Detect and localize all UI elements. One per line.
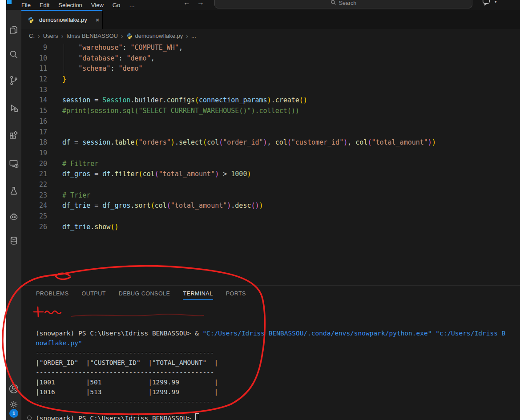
terminal-line: (snowpark) PS C:\Users\Idriss BENBASSOU>… (36, 328, 520, 338)
line-number: 10 (21, 53, 47, 64)
terminal-line: |"ORDER_ID" |"CUSTOMER_ID" |"TOTAL_AMOUN… (36, 358, 520, 368)
code-editor[interactable]: 9 "warehouse": "COMPUTE_WH",10 "database… (21, 43, 520, 285)
search-placeholder: Search (339, 0, 357, 6)
panel-tab-ports[interactable]: PORTS (226, 291, 246, 300)
vscode-window: FileEditSelectionViewGo… ← → Search ▾ (6, 0, 520, 420)
code-line: 10 "database": "demo", (21, 53, 520, 64)
menu-bar: FileEditSelectionViewGo… (17, 0, 139, 10)
nav-back-button[interactable]: ← (183, 0, 190, 7)
code-line: 15#print(session.sql("SELECT CURRENT_WAR… (21, 106, 520, 117)
run-debug-icon[interactable] (8, 102, 20, 114)
status-badge: 1 (9, 409, 18, 418)
terminal-prompt-text: (snowpark) PS C:\Users\Idriss BENBASSOU> (36, 413, 195, 420)
menu-more[interactable]: … (125, 1, 139, 9)
code-line: 24df_trie = df_gros.sort(col("total_amou… (21, 201, 520, 211)
python-icon (28, 16, 34, 23)
panel-tab-bar: PROBLEMSOUTPUTDEBUG CONSOLETERMINALPORTS (36, 291, 246, 300)
terminal-line: |1016 |513 |1299.99 | (36, 387, 520, 397)
menu-go[interactable]: Go (108, 1, 125, 9)
line-number: 25 (21, 211, 47, 222)
python-icon (126, 33, 133, 39)
chevron-right-icon: › (36, 32, 42, 40)
panel-tab-output[interactable]: OUTPUT (81, 291, 105, 300)
bottom-panel: PROBLEMSOUTPUTDEBUG CONSOLETERMINALPORTS… (21, 285, 520, 420)
breadcrumb: C:›Users›Idriss BENBASSOU›demosnowflake.… (21, 29, 520, 43)
search-icon (331, 0, 336, 7)
line-number: 21 (21, 169, 47, 180)
line-number: 18 (21, 137, 47, 148)
menu-edit[interactable]: Edit (35, 1, 54, 9)
code-line: 18df = session.table("orders").select(co… (21, 137, 520, 148)
terminal-output[interactable]: (snowpark) PS C:\Users\Idriss BENBASSOU>… (36, 328, 520, 407)
source-control-icon[interactable] (8, 75, 20, 86)
vscode-logo-icon (7, 0, 12, 4)
code-line: 12} (21, 74, 520, 85)
code-line: 13 (21, 85, 520, 96)
command-center-search[interactable]: Search (214, 0, 472, 8)
breadcrumb-item[interactable]: Idriss BENBASSOU (65, 32, 119, 39)
breadcrumb-item[interactable]: demosnowflake.py (134, 32, 184, 39)
breadcrumb-item[interactable]: Users (42, 32, 59, 39)
copilot-icon[interactable] (8, 211, 20, 223)
tab-close-icon[interactable]: × (96, 16, 100, 23)
line-number: 9 (21, 43, 47, 53)
chevron-down-icon[interactable]: ▾ (495, 0, 497, 7)
chevron-right-icon: › (59, 32, 66, 40)
code-line: 23# Trier (21, 190, 520, 201)
code-line: 9 "warehouse": "COMPUTE_WH", (21, 43, 520, 53)
terminal-line: ----------------------------------------… (36, 348, 520, 358)
code-line: 25 (21, 211, 520, 222)
line-number: 26 (21, 222, 47, 233)
code-line: 21df_gros = df.filter(col("total_amount"… (21, 169, 520, 180)
title-bar: FileEditSelectionViewGo… ← → Search ▾ (6, 0, 520, 10)
terminal-prompt-line[interactable]: (snowpark) PS C:\Users\Idriss BENBASSOU> (36, 413, 199, 420)
code-line: 20# Filtrer (21, 159, 520, 170)
tab-demosnowflake[interactable]: demosnowflake.py × (21, 10, 103, 29)
files-icon[interactable] (8, 24, 20, 36)
code-line: 22 (21, 180, 520, 190)
breadcrumb-item[interactable]: ... (190, 32, 197, 39)
terminal-line: |1001 |501 |1299.99 | (36, 377, 520, 387)
editor-tab-bar: demosnowflake.py × (21, 10, 520, 29)
indent-guide (64, 44, 64, 74)
screenshot-page: FileEditSelectionViewGo… ← → Search ▾ (0, 0, 520, 420)
database-icon[interactable] (8, 235, 20, 246)
code-line: 11 "schema": "demo" (21, 64, 520, 74)
line-number: 12 (21, 74, 47, 85)
line-number: 20 (21, 159, 47, 170)
panel-tab-problems[interactable]: PROBLEMS (36, 291, 69, 300)
panel-tab-terminal[interactable]: TERMINAL (183, 291, 213, 300)
terminal-cursor (195, 413, 199, 420)
line-number: 13 (21, 85, 47, 96)
activity-bar: 1 (6, 10, 21, 420)
terminal-line: nowflake.py" (36, 338, 520, 348)
menu-view[interactable]: View (87, 1, 108, 9)
panel-tab-debug-console[interactable]: DEBUG CONSOLE (119, 291, 170, 300)
remote-explorer-icon[interactable] (8, 158, 20, 170)
terminal-line: ----------------------------------------… (36, 397, 520, 407)
code-line: 14session = Session.builder.configs(conn… (21, 95, 520, 106)
menu-selection[interactable]: Selection (54, 1, 86, 9)
nav-forward-button[interactable]: → (197, 0, 204, 7)
chevron-right-icon: › (119, 32, 125, 40)
breadcrumb-item[interactable]: C: (28, 32, 36, 39)
line-number: 16 (21, 117, 47, 127)
line-number: 11 (21, 64, 47, 74)
code-line: 19 (21, 148, 520, 159)
line-number: 17 (21, 127, 47, 138)
testing-icon[interactable] (8, 185, 20, 197)
line-number: 22 (21, 180, 47, 190)
line-number: 14 (21, 95, 47, 106)
code-line: 26df_trie.show() (21, 222, 520, 233)
extensions-icon[interactable] (8, 130, 20, 142)
menu-file[interactable]: File (17, 1, 35, 9)
line-number: 15 (21, 106, 47, 117)
line-number: 24 (21, 201, 47, 211)
tab-label: demosnowflake.py (39, 16, 87, 23)
code-line: 17 (21, 127, 520, 138)
command-marker-icon (27, 416, 32, 420)
copilot-chat-icon[interactable] (481, 0, 491, 7)
account-icon[interactable] (8, 383, 20, 395)
search-icon[interactable] (8, 49, 20, 61)
terminal-line: ----------------------------------------… (36, 368, 520, 377)
